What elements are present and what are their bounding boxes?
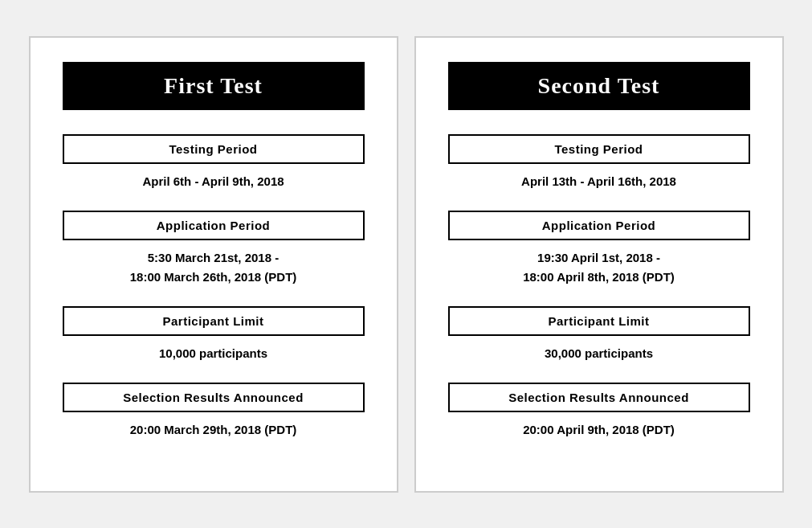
label-testing-period-2: Testing Period: [448, 134, 750, 164]
page-wrapper: First TestTesting PeriodApril 6th - Apri…: [13, 20, 800, 509]
section-testing-period-1: Testing PeriodApril 6th - April 9th, 201…: [63, 134, 365, 191]
label-participant-limit-2: Participant Limit: [448, 306, 750, 336]
value-testing-period-1: April 6th - April 9th, 2018: [142, 172, 284, 191]
value-participant-limit-1: 10,000 participants: [159, 344, 267, 363]
label-participant-limit-1: Participant Limit: [63, 306, 365, 336]
section-participant-limit-2: Participant Limit30,000 participants: [448, 306, 750, 363]
title-first-test: First Test: [63, 62, 365, 110]
value-application-period-1: 5:30 March 21st, 2018 -18:00 March 26th,…: [130, 248, 297, 287]
section-selection-results-2: Selection Results Announced20:00 April 9…: [448, 383, 750, 440]
title-second-test: Second Test: [448, 62, 750, 110]
section-application-period-1: Application Period5:30 March 21st, 2018 …: [63, 211, 365, 287]
section-selection-results-1: Selection Results Announced20:00 March 2…: [63, 383, 365, 440]
value-selection-results-1: 20:00 March 29th, 2018 (PDT): [130, 420, 297, 440]
label-selection-results-2: Selection Results Announced: [448, 383, 750, 412]
value-selection-results-2: 20:00 April 9th, 2018 (PDT): [523, 420, 675, 440]
label-testing-period-1: Testing Period: [63, 134, 365, 164]
label-application-period-2: Application Period: [448, 211, 750, 240]
label-application-period-1: Application Period: [63, 211, 365, 240]
card-second-test: Second TestTesting PeriodApril 13th - Ap…: [414, 36, 784, 493]
value-participant-limit-2: 30,000 participants: [545, 344, 653, 363]
label-selection-results-1: Selection Results Announced: [63, 383, 365, 412]
section-testing-period-2: Testing PeriodApril 13th - April 16th, 2…: [448, 134, 750, 191]
value-testing-period-2: April 13th - April 16th, 2018: [521, 172, 676, 191]
section-application-period-2: Application Period19:30 April 1st, 2018 …: [448, 211, 750, 287]
card-first-test: First TestTesting PeriodApril 6th - Apri…: [29, 36, 398, 493]
value-application-period-2: 19:30 April 1st, 2018 -18:00 April 8th, …: [523, 248, 675, 287]
section-participant-limit-1: Participant Limit10,000 participants: [63, 306, 365, 363]
